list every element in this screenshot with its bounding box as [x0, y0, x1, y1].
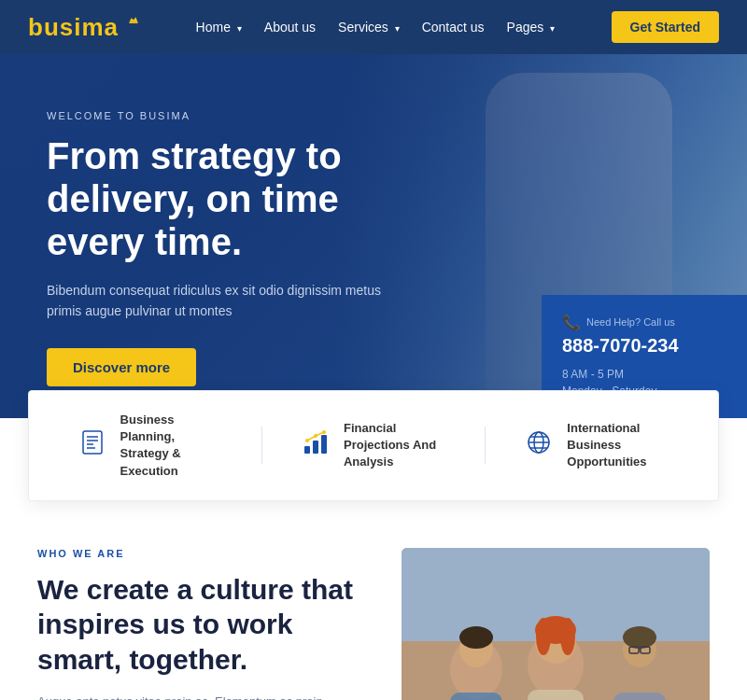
call-need-label: Need Help? Call us: [586, 316, 675, 328]
feature-label-finance: Financial Projections And Analysis: [344, 420, 448, 471]
svg-rect-2: [83, 431, 102, 454]
chevron-down-icon: ▾: [237, 23, 242, 34]
nav-item-contact[interactable]: Contact us: [422, 19, 485, 35]
international-icon: [522, 427, 556, 464]
who-left-content: WHO WE ARE We create a culture that insp…: [37, 548, 364, 700]
team-image: [402, 548, 710, 700]
feature-item-planning: Business Planning, Strategy & Execution: [76, 412, 225, 480]
nav-item-about[interactable]: About us: [264, 19, 316, 35]
svg-rect-38: [450, 693, 502, 700]
hero-description: Bibendum consequat ridiculus ex sit odio…: [47, 280, 383, 322]
logo-text: busima: [28, 13, 119, 41]
get-started-button[interactable]: Get Started: [612, 11, 719, 43]
svg-point-28: [536, 618, 551, 655]
who-title: We create a culture that inspires us to …: [37, 572, 364, 678]
finance-icon: [299, 427, 332, 464]
svg-rect-8: [313, 441, 318, 454]
features-bar: Business Planning, Strategy & Execution …: [28, 390, 719, 501]
nav-item-home[interactable]: Home ▾: [196, 19, 242, 35]
call-phone-number: 888-7070-234: [562, 335, 726, 357]
svg-point-12: [322, 430, 326, 434]
svg-point-29: [560, 618, 575, 655]
nav-link-services[interactable]: Services ▾: [338, 20, 400, 35]
svg-rect-7: [304, 446, 310, 454]
feature-item-finance: Financial Projections And Analysis: [299, 420, 448, 471]
discover-more-button[interactable]: Discover more: [47, 348, 196, 386]
logo: busima: [28, 13, 139, 42]
navbar: busima Home ▾ About us Services ▾ Cont: [0, 0, 747, 54]
feature-divider-2: [485, 427, 486, 464]
hero-title: From strategy to delivery, on time every…: [47, 134, 439, 263]
feature-item-international: International Business Opportunities: [522, 420, 671, 471]
svg-point-24: [459, 626, 493, 649]
svg-rect-1: [130, 21, 138, 22]
svg-point-32: [623, 626, 656, 649]
feature-divider: [261, 427, 262, 464]
nav-link-about[interactable]: About us: [264, 20, 316, 35]
chevron-down-icon: ▾: [550, 23, 555, 34]
nav-item-pages[interactable]: Pages ▾: [507, 19, 556, 35]
hero-welcome-label: WELCOME TO BUSIMA: [47, 110, 439, 121]
svg-rect-40: [613, 693, 666, 700]
who-right-image: [402, 548, 710, 700]
phone-icon: 📞: [562, 314, 581, 331]
who-description: Augue ante netus vitae proin ac. Element…: [37, 692, 364, 700]
hero-content: WELCOME TO BUSIMA From strategy to deliv…: [47, 110, 439, 386]
nav-link-contact[interactable]: Contact us: [422, 20, 485, 35]
svg-marker-0: [130, 17, 138, 22]
who-label: WHO WE ARE: [37, 548, 364, 559]
planning-icon: [76, 427, 109, 464]
svg-rect-9: [321, 435, 327, 454]
svg-point-10: [305, 439, 309, 442]
nav-links: Home ▾ About us Services ▾ Contact us Pa…: [196, 19, 556, 35]
who-we-are-section: WHO WE ARE We create a culture that insp…: [0, 501, 747, 700]
chevron-down-icon: ▾: [395, 23, 400, 34]
nav-item-services[interactable]: Services ▾: [338, 19, 400, 35]
svg-rect-39: [528, 690, 584, 700]
feature-label-planning: Business Planning, Strategy & Execution: [120, 412, 225, 480]
nav-link-pages[interactable]: Pages ▾: [507, 20, 556, 35]
hero-section: WELCOME TO BUSIMA From strategy to deliv…: [0, 54, 747, 418]
svg-point-11: [314, 434, 317, 438]
nav-link-home[interactable]: Home ▾: [196, 20, 242, 35]
logo-crown-icon: [128, 16, 139, 23]
feature-label-international: International Business Opportunities: [567, 420, 671, 471]
